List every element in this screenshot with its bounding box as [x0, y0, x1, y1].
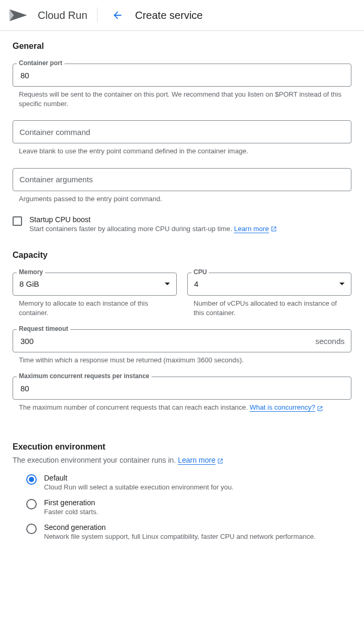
arrow-left-icon: [112, 9, 123, 21]
container-arguments-input[interactable]: Container arguments: [13, 168, 351, 191]
cpu-label: CPU: [191, 268, 209, 276]
concurrency-input[interactable]: [19, 383, 345, 393]
external-link-icon: [217, 457, 223, 464]
radio-first-gen[interactable]: [26, 499, 37, 509]
container-command-input[interactable]: Container command: [13, 120, 351, 143]
request-timeout-help: Time within which a response must be ret…: [13, 356, 351, 365]
concurrency-link[interactable]: What is concurrency?: [250, 403, 315, 412]
radio-first-gen-label: First generation: [44, 498, 351, 507]
memory-label: Memory: [17, 268, 45, 276]
exec-env-section-title: Execution environment: [13, 442, 351, 452]
memory-field: Memory 8 GiB: [13, 273, 177, 296]
radio-second-gen[interactable]: [26, 524, 37, 534]
cpu-help: Number of vCPUs allocated to each instan…: [187, 299, 351, 318]
request-timeout-box[interactable]: seconds: [13, 329, 351, 352]
startup-cpu-boost-label: Startup CPU boost: [29, 215, 351, 224]
topbar: Cloud Run Create service: [0, 0, 364, 31]
startup-cpu-boost-checkbox[interactable]: [13, 216, 22, 226]
radio-second-gen-help: Network file system support, full Linux …: [44, 533, 351, 540]
request-timeout-input[interactable]: [19, 336, 315, 346]
container-port-input[interactable]: [19, 70, 345, 80]
concurrency-field: Maximum concurrent requests per instance: [13, 377, 351, 400]
concurrency-help: The maximum number of concurrent request…: [13, 403, 351, 412]
memory-select[interactable]: 8 GiB: [13, 273, 177, 296]
container-port-field[interactable]: Container port: [13, 64, 351, 87]
product-name: Cloud Run: [38, 9, 88, 22]
page-title: Create service: [135, 9, 203, 22]
capacity-section-title: Capacity: [13, 251, 351, 260]
exec-env-radio-group: Default Cloud Run will select a suitable…: [13, 474, 351, 540]
radio-default[interactable]: [26, 474, 37, 485]
vertical-divider: [97, 7, 98, 23]
cpu-value: 4: [194, 279, 198, 288]
startup-cpu-boost-help: Start containers faster by allocating mo…: [29, 225, 351, 233]
external-link-icon: [271, 226, 277, 232]
exec-env-option-first-gen: First generation Faster cold starts.: [26, 498, 351, 516]
exec-env-learn-more-link[interactable]: Learn more: [178, 456, 216, 465]
concurrency-label: Maximum concurrent requests per instance: [17, 372, 152, 380]
radio-default-label: Default: [44, 474, 351, 482]
cpu-select[interactable]: 4: [187, 273, 351, 296]
startup-boost-learn-more-link[interactable]: Learn more: [234, 225, 269, 233]
back-button[interactable]: [107, 5, 128, 26]
radio-default-help: Cloud Run will select a suitable executi…: [44, 483, 351, 491]
radio-first-gen-help: Faster cold starts.: [44, 508, 351, 516]
cpu-field: CPU 4: [187, 273, 351, 296]
dropdown-arrow-icon: [165, 283, 170, 285]
radio-second-gen-label: Second generation: [44, 523, 351, 531]
general-section-title: General: [13, 41, 351, 51]
container-port-help: Requests will be sent to the container o…: [13, 90, 351, 109]
exec-env-description: The execution environment your container…: [13, 456, 351, 464]
container-command-help: Leave blank to use the entry point comma…: [13, 147, 351, 156]
request-timeout-label: Request timeout: [17, 325, 70, 332]
dropdown-arrow-icon: [339, 283, 345, 285]
startup-cpu-boost-row: Startup CPU boost Start containers faste…: [13, 215, 351, 233]
container-arguments-help: Arguments passed to the entry point comm…: [13, 194, 351, 204]
external-link-icon: [317, 405, 323, 411]
memory-help: Memory to allocate to each instance of t…: [13, 299, 177, 318]
container-command-field[interactable]: Container command: [13, 120, 351, 143]
container-arguments-field[interactable]: Container arguments: [13, 168, 351, 191]
request-timeout-suffix: seconds: [315, 337, 345, 346]
request-timeout-field: Request timeout seconds: [13, 329, 351, 352]
container-port-label: Container port: [17, 59, 65, 67]
exec-env-option-second-gen: Second generation Network file system su…: [26, 523, 351, 540]
exec-env-option-default: Default Cloud Run will select a suitable…: [26, 474, 351, 491]
memory-value: 8 GiB: [19, 279, 39, 288]
cloud-run-logo: [7, 7, 28, 24]
